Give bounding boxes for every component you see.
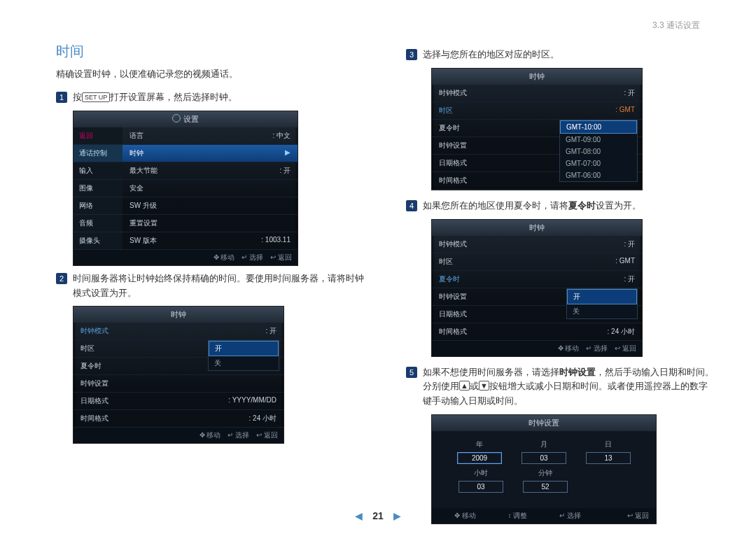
osd-row-value: : 中文	[272, 131, 290, 141]
step-4-pre: 如果您所在的地区使用夏令时，请将	[423, 200, 568, 211]
osd-row-value: : 开	[624, 274, 635, 284]
step-number: 3	[406, 49, 417, 60]
osd-row-label: 时区	[80, 344, 94, 353]
osd-row-label: 时间格式	[439, 176, 467, 185]
osd-row-label: 安全	[130, 183, 144, 193]
osd-side-item[interactable]: 图像	[74, 180, 122, 197]
osd-row-label: 时间格式	[439, 327, 467, 337]
osd-timezone: 时钟 时钟模式: 开 时区: GMT 夏令时 GMT-10:00 GMT-09:…	[431, 68, 643, 190]
osd-side-back[interactable]: 返回	[74, 127, 122, 145]
up-key-icon: ▲	[459, 381, 470, 391]
clockset-header: 月	[522, 440, 566, 452]
osd-row-label: 日期格式	[80, 396, 108, 406]
page-content: 时间 精确设置时钟，以便准确记录您的视频通话。 1 按SET UP打开设置屏幕，…	[0, 0, 756, 524]
osd-row-label: SW 版本	[130, 236, 157, 246]
osd-row-label: 时钟设置	[439, 292, 467, 302]
step-2-text: 时间服务器将让时钟始终保持精确的时间。要使用时间服务器，请将时钟模式设置为开。	[73, 272, 364, 301]
setup-key: SET UP	[82, 92, 110, 102]
osd2-title: 时钟	[171, 310, 186, 318]
osd-row-label: 最大节能	[130, 166, 158, 176]
osd-side-item[interactable]: 通话控制	[74, 145, 122, 162]
dropdown-item[interactable]: GMT-06:00	[560, 169, 637, 181]
osd-row-value: : 24 小时	[608, 327, 635, 337]
osd-side-item[interactable]: 网络	[74, 197, 122, 215]
down-key-icon: ▼	[479, 381, 489, 391]
osd-row-label: 夏令时	[439, 274, 460, 284]
dropdown-item[interactable]: GMT-09:00	[560, 134, 637, 146]
minute-field[interactable]: 52	[523, 481, 568, 493]
clockset-header: 日	[586, 440, 631, 452]
step-3: 3 选择与您所在的地区对应的时区。	[406, 48, 714, 62]
hour-field[interactable]: 03	[458, 481, 503, 493]
osd-row-value: : 开	[624, 88, 635, 98]
dropdown[interactable]: GMT-10:00 GMT-09:00 GMT-08:00 GMT-07:00 …	[559, 120, 638, 182]
osd-side-item[interactable]: 输入	[74, 162, 122, 180]
osd-row-value: : 24 小时	[249, 414, 276, 423]
left-column: 时间 精确设置时钟，以便准确记录您的视频通话。 1 按SET UP打开设置屏幕，…	[56, 14, 364, 524]
page-navigation: ◀ 21 ▶	[0, 510, 756, 521]
step-2: 2 时间服务器将让时钟始终保持精确的时间。要使用时间服务器，请将时钟模式设置为开…	[56, 272, 364, 301]
osd-row-value: : 开	[279, 166, 290, 176]
osd-row-value: : GMT	[615, 106, 635, 115]
osd-side-item[interactable]: 音频	[74, 215, 122, 232]
osd-row-label: 时区	[439, 106, 453, 115]
osd-row-label: 夏令时	[439, 123, 460, 133]
clockset-header: 年	[457, 440, 502, 452]
step-number: 1	[56, 92, 67, 103]
month-field[interactable]: 03	[522, 452, 566, 464]
next-page-icon[interactable]: ▶	[393, 510, 401, 521]
step-1: 1 按SET UP打开设置屏幕，然后选择时钟。	[56, 90, 364, 105]
osd-footer: ✥ 移动↵ 选择↩ 返回	[74, 428, 284, 443]
osd-footer: ✥ 移动↵ 选择↩ 返回	[432, 341, 642, 356]
osd-row-label: 时钟设置	[439, 141, 467, 150]
osd3-title: 时钟	[529, 72, 545, 80]
osd-settings: 设置 返回 通话控制 输入 图像 网络 音频 摄像头 语言: 中文 时钟▶ 最大…	[73, 111, 298, 266]
prev-page-icon[interactable]: ◀	[355, 510, 363, 521]
osd-row-label: 时钟模式	[439, 88, 467, 98]
osd-row-value: : 开	[265, 326, 276, 336]
osd-row-label: 重置设置	[130, 218, 158, 228]
step-1-post: 打开设置屏幕，然后选择时钟。	[110, 92, 237, 102]
step-5-pre: 如果不想使用时间服务器，请选择	[423, 367, 559, 377]
osd-clock-mode: 时钟 时钟模式: 开 时区 开 关 夏令时 时钟设置 日期格式: YYYY/MM…	[73, 306, 284, 444]
osd-row-value: : GMT	[615, 257, 635, 267]
dropdown[interactable]: 开 关	[208, 340, 279, 371]
step-5-mid2: 或	[470, 381, 479, 391]
page-title: 时间	[56, 42, 364, 61]
dropdown-item[interactable]: 开	[567, 289, 637, 304]
osd-row-label: 时区	[439, 257, 453, 267]
osd-row-label: 日期格式	[439, 309, 467, 319]
osd-side-item[interactable]: 摄像头	[74, 232, 122, 250]
dropdown-item[interactable]: 开	[209, 341, 279, 356]
day-field[interactable]: 13	[586, 452, 631, 464]
dropdown-item[interactable]: 关	[209, 356, 279, 370]
year-field[interactable]: 2009	[457, 452, 502, 464]
page-number: 21	[372, 510, 384, 521]
osd-clockset: 时钟设置 年2009 月03 日13 小时03 分钟52 ✥ 移动 ↕ 调整 ↵…	[431, 414, 657, 524]
osd-row-selected[interactable]: 时钟▶	[122, 145, 298, 162]
osd-row-label: SW 升级	[130, 201, 157, 211]
right-column: 3 选择与您所在的地区对应的时区。 时钟 时钟模式: 开 时区: GMT 夏令时…	[406, 42, 714, 524]
osd-row-label: 时钟模式	[80, 326, 108, 336]
step-5-bold: 时钟设置	[559, 367, 596, 377]
osd-row-label: 语言	[130, 131, 144, 141]
dropdown-item[interactable]: GMT-07:00	[560, 157, 637, 169]
osd-row-label: 时钟模式	[439, 239, 467, 249]
step-3-text: 选择与您所在的地区对应的时区。	[423, 48, 714, 62]
step-4-post: 设置为开。	[596, 200, 641, 211]
osd-row-label: 时钟设置	[80, 379, 108, 388]
osd-row-value: : 1003.11	[261, 236, 290, 246]
osd-footer: ✥ 移动↵ 选择↩ 返回	[74, 250, 298, 265]
step-number: 5	[406, 367, 417, 378]
intro-text: 精确设置时钟，以便准确记录您的视频通话。	[56, 68, 364, 80]
chevron-right-icon: ▶	[285, 148, 290, 158]
clockset-title: 时钟设置	[432, 415, 656, 431]
dropdown-item[interactable]: 关	[567, 304, 637, 318]
dropdown[interactable]: 开 关	[566, 288, 638, 319]
dropdown-item[interactable]: GMT-10:00	[560, 120, 637, 134]
dropdown-item[interactable]: GMT-08:00	[560, 146, 637, 157]
step-number: 4	[406, 200, 417, 211]
gear-icon	[172, 114, 181, 122]
osd-row-label: 时间格式	[80, 414, 108, 423]
osd-row-value: : 开	[624, 239, 635, 249]
